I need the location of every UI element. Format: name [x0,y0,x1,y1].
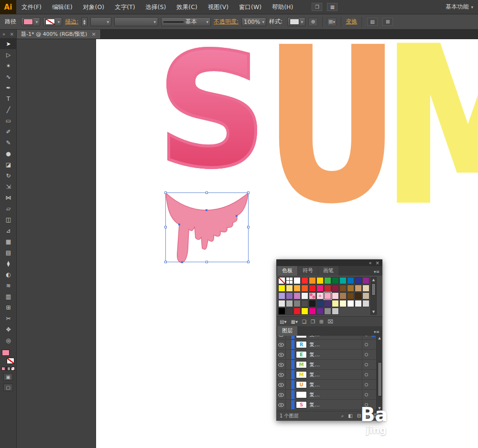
layer-thumbnail[interactable] [296,336,307,338]
lock-cell[interactable] [286,336,291,339]
swatch-0-1[interactable] [286,277,293,284]
swatch-1-0[interactable] [278,285,285,292]
layer-thumbnail[interactable]: U [296,381,307,388]
menu-item-7[interactable]: 视图(V) [203,0,234,14]
artwork-letter-m[interactable]: M [382,39,478,234]
swatch-1-2[interactable] [293,285,301,292]
slice-tool[interactable]: ✂ [0,313,17,324]
color-mode-button[interactable] [1,367,5,371]
swatch-2-3[interactable] [301,292,308,299]
selection-cell[interactable] [370,336,376,339]
fill-color-dropdown[interactable]: ▾ [21,17,40,26]
chevron-down-icon[interactable]: ▾ [301,20,304,24]
selection-handle-e[interactable] [247,226,250,228]
layers-scrollbar[interactable]: ▲ ▼ [376,336,382,411]
variable-width-profile-dropdown[interactable]: 基本 ▾ [161,17,211,26]
fill-proxy[interactable] [2,350,10,356]
stroke-proxy[interactable] [7,358,14,364]
align-panel-icon[interactable]: ⊞▾ [327,18,337,26]
selection-handle-s[interactable] [206,261,208,263]
target-cell[interactable] [362,380,370,389]
delete-selection-icon[interactable]: ⌧ [373,413,379,419]
chevron-down-icon[interactable]: ▾ [35,20,38,24]
stroke-panel-link[interactable]: 描边: [65,18,78,26]
visibility-cell[interactable] [276,340,286,349]
pen-tool[interactable]: ✒ [0,82,17,93]
layer-row-2[interactable]: R复… [276,340,376,350]
stroke-width-stepper[interactable]: ▲▼ [81,17,87,26]
layer-name[interactable]: 复… [309,401,362,408]
swatch-1-8[interactable] [339,285,347,292]
swatch-4-10[interactable] [355,308,362,315]
fill-stroke-indicator[interactable] [2,350,14,364]
swatch-0-2[interactable] [293,277,301,284]
swatch-2-5[interactable] [316,292,324,299]
target-cell[interactable] [362,390,370,399]
recolor-artwork-icon[interactable]: ⊕ [308,18,318,26]
target-icon[interactable] [365,393,368,396]
selection-handle-se[interactable] [247,261,250,263]
swatch-1-10[interactable] [355,285,362,292]
close-icon[interactable]: × [10,32,14,37]
layer-name[interactable]: 复… [309,341,362,348]
target-cell[interactable] [362,400,370,409]
swatch-1-4[interactable] [309,285,316,292]
new-color-group-icon[interactable]: ❐ [311,319,315,324]
workspace-switcher[interactable]: 基本功能 [445,3,468,11]
swatch-2-4[interactable] [309,292,316,299]
chevron-down-icon[interactable]: ▾ [107,20,109,24]
show-swatch-kinds-icon[interactable]: ▦▾ [291,319,297,324]
swatch-2-8[interactable] [339,292,347,299]
lock-cell[interactable] [286,340,291,349]
close-icon[interactable]: × [91,31,96,37]
close-icon[interactable]: × [376,260,380,266]
swatch-3-11[interactable] [362,300,369,307]
artwork-letter-u[interactable]: U [265,39,399,231]
layer-row-1[interactable]: 复… [276,336,376,340]
target-cell[interactable] [362,336,370,339]
layer-name[interactable]: 复… [309,361,362,368]
lock-cell[interactable] [286,380,291,389]
eye-icon[interactable] [278,373,284,377]
swatch-1-3[interactable] [301,285,308,292]
isolation-mode-icon[interactable]: ⊠ [382,18,393,26]
chevron-down-icon[interactable]: ▾ [154,20,156,24]
swatch-1-6[interactable] [324,285,331,292]
swatch-0-6[interactable] [324,277,331,284]
swatch-3-10[interactable] [355,300,362,307]
swatch-2-0[interactable] [278,292,285,299]
swatch-2-6[interactable] [324,292,331,299]
swatch-4-3[interactable] [301,308,308,315]
artboard-tool[interactable]: ⊞ [0,302,17,313]
layer-thumbnail[interactable] [296,391,307,398]
layer-row-6[interactable]: U复… [276,380,376,390]
menu-item-9[interactable]: 帮助(H) [267,0,298,14]
swatch-2-7[interactable] [332,292,339,299]
swatch-3-3[interactable] [301,300,308,307]
swatch-1-11[interactable] [362,285,369,292]
collapse-panel-icon[interactable]: » [2,32,5,37]
eye-icon[interactable] [278,336,284,337]
layer-name[interactable]: 复… [309,371,362,378]
swatch-4-11[interactable] [362,308,369,315]
gradient-mode-button[interactable] [6,367,10,371]
layer-name[interactable]: 复… [309,351,362,358]
swatch-4-8[interactable] [339,308,347,315]
line-segment-tool[interactable]: ╱ [0,104,17,115]
swatch-0-3[interactable] [301,277,308,284]
selection-handle-sw[interactable] [164,261,167,263]
type-tool[interactable]: T [0,93,17,104]
target-icon[interactable] [365,336,368,336]
chevron-down-icon[interactable]: ▾ [206,20,209,24]
swatch-4-9[interactable] [347,308,354,315]
opacity-dropdown[interactable]: 100% ▾ [241,17,266,26]
visibility-cell[interactable] [276,350,286,359]
selection-cell[interactable] [370,400,376,409]
eyedropper-tool[interactable]: ⧫ [0,258,17,269]
swatch-3-4[interactable] [309,300,316,307]
tab-layers[interactable]: 图层 [277,326,297,336]
swatch-2-2[interactable] [293,292,301,299]
swatch-1-5[interactable] [316,285,324,292]
screen-mode-button[interactable]: ▢ [3,384,13,391]
swatch-0-11[interactable] [362,277,369,284]
